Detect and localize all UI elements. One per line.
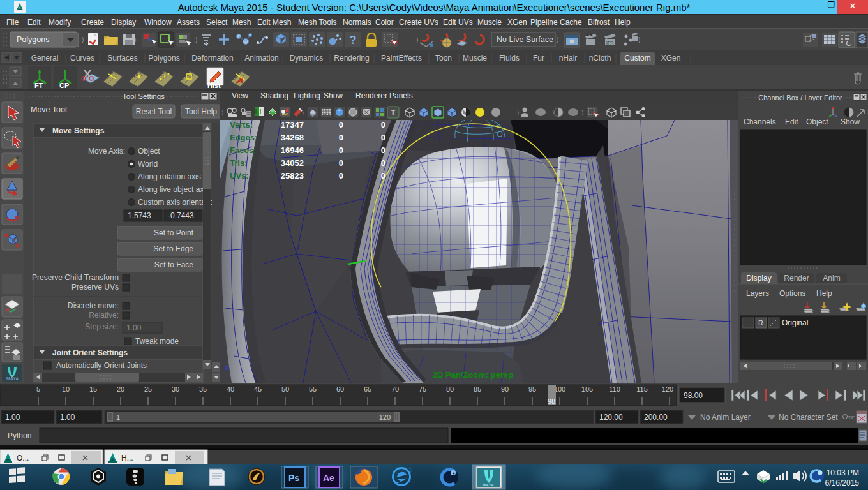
svg-text:T: T (391, 108, 396, 117)
svg-text:Help: Help (816, 289, 832, 298)
svg-text:MAYA: MAYA (483, 483, 494, 487)
svg-text:IPR: IPR (606, 41, 614, 45)
svg-text:95: 95 (528, 385, 536, 393)
svg-text:Preserve UVs: Preserve UVs (71, 283, 119, 292)
svg-text:H...: H... (121, 454, 133, 463)
svg-text:Curves: Curves (70, 54, 94, 63)
svg-text:Ps: Ps (288, 473, 299, 483)
svg-text:15: 15 (89, 385, 97, 393)
svg-text:Polygons: Polygons (148, 54, 179, 63)
svg-text:Joint Orient Settings: Joint Orient Settings (52, 348, 128, 357)
svg-text:Relative:: Relative: (89, 311, 119, 320)
svg-text:Move Tool: Move Tool (31, 105, 67, 114)
svg-text:FT: FT (34, 82, 43, 89)
svg-text:20: 20 (117, 385, 124, 393)
svg-text:0: 0 (339, 171, 343, 181)
svg-text:0: 0 (339, 145, 343, 155)
svg-text:Edges:: Edges: (230, 133, 257, 142)
svg-text:Custom: Custom (624, 54, 650, 63)
svg-text:XGen: XGen (661, 54, 681, 63)
svg-text:70: 70 (391, 385, 399, 393)
svg-text:25823: 25823 (281, 171, 304, 181)
svg-text:General: General (31, 54, 59, 63)
svg-text:⟩: ⟩ (302, 110, 304, 116)
svg-text:Anim: Anim (823, 274, 840, 283)
svg-text:98.00: 98.00 (684, 391, 703, 400)
svg-text:Reset Tool: Reset Tool (136, 107, 172, 116)
svg-text:R: R (758, 319, 763, 327)
svg-text:10:03 PM: 10:03 PM (827, 468, 859, 477)
svg-text:Edit: Edit (785, 117, 798, 126)
svg-text:80: 80 (446, 385, 454, 393)
svg-text:120: 120 (662, 385, 673, 393)
svg-text:z: z (225, 364, 229, 371)
svg-text:105: 105 (581, 385, 593, 393)
svg-text:Fluids: Fluids (499, 54, 520, 63)
svg-text:120.00: 120.00 (599, 413, 623, 422)
svg-text:Set to Face: Set to Face (154, 260, 194, 269)
svg-text:0: 0 (339, 120, 343, 130)
svg-text:Tweak mode: Tweak mode (135, 337, 179, 346)
svg-text:25: 25 (144, 385, 152, 393)
svg-text:85: 85 (474, 385, 481, 393)
svg-text:⟩: ⟩ (82, 36, 84, 43)
svg-text:Animation: Animation (244, 54, 278, 63)
svg-text:Hist: Hist (207, 82, 221, 89)
svg-text:17347: 17347 (281, 120, 304, 130)
svg-text:Preserve Child Transform: Preserve Child Transform (32, 273, 119, 282)
svg-text:CP: CP (59, 82, 69, 89)
svg-text:5: 5 (36, 385, 40, 393)
svg-text:Object: Object (138, 147, 160, 156)
svg-text:⟩: ⟩ (557, 36, 559, 43)
svg-text:1.00: 1.00 (126, 323, 142, 332)
svg-text:Channel Box / Layer Editor: Channel Box / Layer Editor (758, 94, 842, 101)
svg-text:Deformation: Deformation (191, 54, 233, 63)
svg-text:⟩: ⟩ (581, 110, 584, 116)
svg-text:60: 60 (336, 385, 344, 393)
svg-text:Surfaces: Surfaces (107, 54, 137, 63)
svg-text:Discrete move:: Discrete move: (68, 301, 119, 310)
svg-text:Original: Original (782, 318, 808, 327)
svg-text:?: ? (349, 33, 357, 47)
svg-text:2D Pan/Zoom: persp: 2D Pan/Zoom: persp (433, 370, 513, 380)
svg-text:1: 1 (116, 413, 120, 421)
svg-text:Step size:: Step size: (85, 322, 119, 331)
svg-text:115: 115 (636, 385, 648, 393)
svg-text:45: 45 (254, 385, 262, 393)
svg-text:Ae: Ae (323, 473, 334, 483)
svg-text:Toon: Toon (435, 54, 452, 63)
svg-text:30: 30 (172, 385, 179, 393)
svg-text:200.00: 200.00 (644, 413, 668, 422)
svg-text:55: 55 (309, 385, 317, 393)
svg-text:⟩: ⟩ (195, 36, 198, 43)
svg-text:-0.7443: -0.7443 (168, 211, 194, 220)
svg-text:World: World (138, 160, 158, 168)
svg-text:MAYA: MAYA (6, 376, 19, 381)
svg-text:1.00: 1.00 (5, 413, 20, 422)
svg-text:16946: 16946 (281, 145, 304, 155)
svg-text:90: 90 (501, 385, 509, 393)
svg-text:No Character Set: No Character Set (779, 413, 838, 422)
svg-text:Rendering: Rendering (334, 54, 369, 63)
svg-text:0: 0 (381, 158, 385, 168)
svg-text:6/16/2015: 6/16/2015 (825, 479, 860, 487)
svg-text:Verts:: Verts: (230, 120, 253, 130)
svg-text:Move Axis:: Move Axis: (88, 147, 125, 156)
svg-text:⟩: ⟩ (517, 110, 520, 116)
svg-text:34268: 34268 (281, 133, 304, 142)
svg-text:O...: O... (17, 454, 29, 463)
svg-text:⟩: ⟩ (416, 36, 419, 43)
svg-text:Tool Help: Tool Help (185, 107, 217, 116)
svg-text:Channels: Channels (744, 117, 776, 126)
svg-text:⟩: ⟩ (638, 36, 641, 43)
svg-text:UVs:: UVs: (230, 171, 249, 181)
svg-text:Options: Options (779, 289, 805, 298)
svg-text:Layers: Layers (746, 289, 769, 298)
svg-text:Render: Render (784, 274, 809, 283)
svg-text:Fur: Fur (533, 54, 544, 63)
svg-text:120: 120 (379, 413, 391, 421)
svg-text:0: 0 (381, 171, 385, 181)
svg-text:nHair: nHair (559, 54, 578, 63)
svg-text:0: 0 (339, 133, 343, 142)
svg-text:34052: 34052 (281, 158, 304, 168)
